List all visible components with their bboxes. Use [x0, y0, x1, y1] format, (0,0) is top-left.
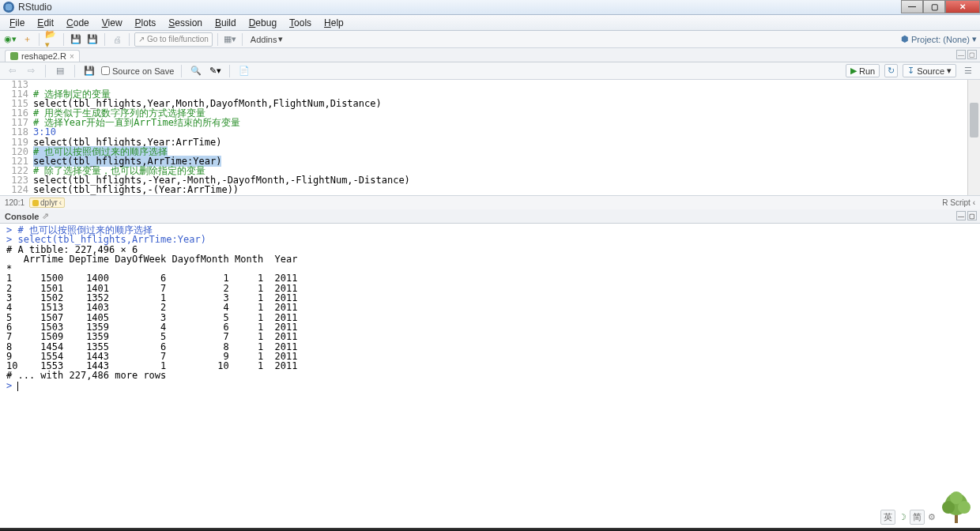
ime-mode[interactable]: 简 — [910, 510, 925, 525]
menu-tools[interactable]: Tools — [285, 16, 316, 30]
addins-menu[interactable]: Addins▾ — [247, 34, 287, 44]
save-all-button[interactable]: 💾 — [85, 32, 100, 47]
compile-report-button[interactable]: 📄 — [237, 64, 251, 78]
open-file-button[interactable]: 📂▾ — [44, 32, 58, 47]
menu-plots[interactable]: Plots — [130, 16, 161, 30]
project-selector[interactable]: ⬢ Project: (None) ▾ — [901, 34, 977, 44]
rstudio-logo-icon — [3, 2, 14, 13]
source-button[interactable]: ↧ Source ▾ — [903, 64, 956, 77]
tab-reshape2[interactable]: reshape2.R × — [5, 50, 80, 62]
cursor-position: 120:1 — [5, 198, 24, 207]
code-area[interactable]: # 选择制定的变量select(tbl_hflights,Year,Month,… — [33, 80, 980, 195]
ime-gear-icon[interactable]: ⚙ — [928, 512, 936, 522]
window-titlebar: RStudio — ▢ ✕ — [0, 0, 980, 15]
wand-button[interactable]: ✎▾ — [208, 64, 222, 78]
main-toolbar: ◉▾ ＋ 📂▾ 💾 💾 🖨 ↗ Go to file/function ▦▾ A… — [0, 31, 980, 48]
outline-button[interactable]: ☰ — [961, 64, 975, 78]
source-max-button[interactable]: ▢ — [967, 50, 977, 59]
new-project-button[interactable]: ＋ — [20, 32, 34, 47]
close-button[interactable]: ✕ — [945, 0, 980, 13]
run-button[interactable]: ▶ Run — [846, 64, 880, 77]
save-source-button[interactable]: 💾 — [82, 64, 96, 78]
editor-toolbar: ⇦ ⇨ ▤ 💾 Source on Save 🔍 ✎▾ 📄 ▶ Run ↻ ↧ … — [0, 62, 980, 80]
scope-indicator[interactable]: dplyr ‹ — [29, 198, 65, 208]
menu-edit[interactable]: Edit — [32, 16, 58, 30]
tree-decoration-icon — [937, 487, 975, 526]
back-button[interactable]: ⇦ — [5, 64, 19, 78]
project-icon: ⬢ — [901, 34, 909, 44]
rerun-button[interactable]: ↻ — [884, 64, 898, 77]
menu-help[interactable]: Help — [319, 16, 349, 30]
new-file-button[interactable]: ◉▾ — [3, 32, 17, 47]
editor-scrollbar[interactable] — [967, 80, 980, 195]
console-path: ⇗ — [42, 211, 49, 221]
line-gutter: 113114115116117118119120121122123124125 — [0, 80, 33, 195]
editor-statusbar: 120:1 dplyr ‹ R Script ‹ — [0, 195, 980, 209]
menu-debug[interactable]: Debug — [244, 16, 281, 30]
window-title: RStudio — [18, 2, 52, 13]
show-in-new-window-button[interactable]: ▤ — [53, 64, 67, 78]
minimize-button[interactable]: — — [901, 0, 923, 13]
scope-icon — [32, 200, 39, 206]
find-button[interactable]: 🔍 — [189, 64, 203, 78]
rerun-icon: ↻ — [888, 66, 895, 76]
menu-session[interactable]: Session — [164, 16, 207, 30]
source-on-save-checkbox[interactable]: Source on Save — [101, 66, 174, 76]
source-min-button[interactable]: — — [956, 50, 966, 59]
console-max-button[interactable]: ▢ — [967, 211, 977, 220]
r-file-icon — [10, 52, 18, 60]
goto-icon: ↗ — [138, 35, 145, 43]
svg-point-4 — [950, 491, 963, 504]
maximize-button[interactable]: ▢ — [923, 0, 945, 13]
console-output[interactable]: > # 也可以按照倒过来的顺序选择 > select(tbl_hflights,… — [0, 224, 980, 508]
menu-view[interactable]: View — [97, 16, 127, 30]
ime-status: 英 ☽ 简 ⚙ — [880, 510, 936, 525]
run-icon: ▶ — [850, 66, 857, 76]
forward-button[interactable]: ⇨ — [24, 64, 38, 78]
print-button[interactable]: 🖨 — [110, 32, 124, 47]
menu-bar: File Edit Code View Plots Session Build … — [0, 15, 980, 31]
ime-icon: ☽ — [899, 512, 906, 522]
save-button[interactable]: 💾 — [69, 32, 83, 47]
code-editor[interactable]: 113114115116117118119120121122123124125 … — [0, 80, 980, 195]
taskbar — [0, 528, 980, 531]
menu-build[interactable]: Build — [210, 16, 241, 30]
grid-button[interactable]: ▦▾ — [223, 32, 237, 47]
menu-file[interactable]: File — [5, 16, 29, 30]
tab-close-icon[interactable]: × — [70, 52, 74, 61]
console-header: Console ⇗ — ▢ — [0, 209, 980, 224]
goto-file-input[interactable]: ↗ Go to file/function — [134, 32, 213, 47]
source-icon: ↧ — [907, 66, 914, 76]
menu-code[interactable]: Code — [62, 16, 94, 30]
console-title: Console — [5, 212, 39, 221]
console-min-button[interactable]: — — [956, 211, 966, 220]
ime-lang[interactable]: 英 — [880, 510, 895, 525]
source-tabstrip: reshape2.R × — ▢ — [0, 48, 980, 62]
file-type[interactable]: R Script ‹ — [942, 198, 975, 207]
